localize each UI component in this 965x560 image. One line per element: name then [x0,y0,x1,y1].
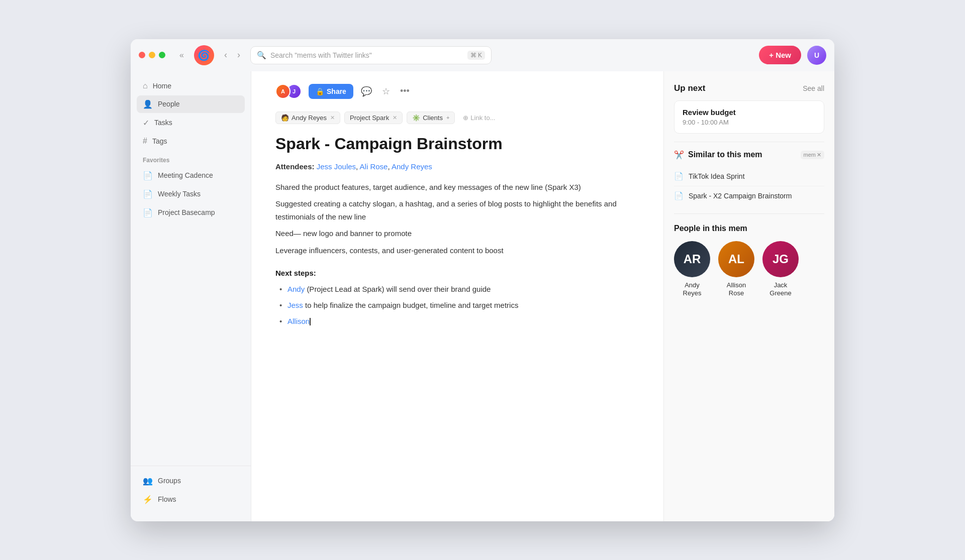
add-tag-clients[interactable]: + [446,115,449,121]
sidebar-item-tasks-label: Tasks [154,119,172,127]
attendee-andy[interactable]: Andy Reyes [392,162,432,171]
divider-2 [674,213,824,214]
search-icon: 🔍 [257,51,266,60]
sidebar: ⌂ Home 👤 People ✓ Tasks # Tags Favorites [131,71,251,521]
body-line-2: Suggested creating a catchy slogan, a ha… [275,197,639,223]
next-step-andy: Andy (Project Lead at Spark) will send o… [279,283,639,295]
similar-section: ✂️ Similar to this mem mem ✕ 📄 TikTok Id… [674,150,824,205]
sidebar-bottom: 👥 Groups ⚡ Flows [131,466,251,515]
tag-andy-reyes[interactable]: 🧑 Andy Reyes ✕ [275,111,340,124]
link-icon: ⊕ [463,114,468,122]
sidebar-item-tags[interactable]: # Tags [137,133,245,150]
more-options-button[interactable]: ••• [398,83,412,99]
main-layout: ⌂ Home 👤 People ✓ Tasks # Tags Favorites [131,71,834,521]
forward-button[interactable]: › [233,48,244,62]
sidebar-groups-label: Groups [158,477,181,485]
doc-icon-3: 📄 [143,208,153,217]
remove-tag-andy[interactable]: ✕ [330,115,335,121]
sidebar-item-project-basecamp[interactable]: 📄 Project Basecamp [137,204,245,221]
user-avatar[interactable]: U [807,46,826,65]
person-name-andy: AndyReyes [683,281,702,298]
home-icon: ⌂ [143,81,148,90]
next-step-andy-link[interactable]: Andy [287,285,305,293]
close-button[interactable] [139,52,145,58]
doc-icon-1: 📄 [143,171,153,180]
nav-arrows: ‹ › [220,48,244,62]
collapse-sidebar-button[interactable]: « [175,49,188,62]
sidebar-item-home[interactable]: ⌂ Home [137,77,245,94]
up-next-card[interactable]: Review budget 9:00 - 10:00 AM [674,100,824,134]
up-next-title: Up next [674,83,705,93]
text-cursor [310,318,311,325]
attendee-ali[interactable]: Ali Rose [360,162,388,171]
minimize-button[interactable] [149,52,155,58]
mem-badge[interactable]: mem ✕ [801,151,824,159]
new-button[interactable]: + New [759,46,801,64]
similar-item-tiktok[interactable]: 📄 TikTok Idea Sprint [674,167,824,186]
mem-badge-close[interactable]: ✕ [817,152,821,158]
tag-label-andy: Andy Reyes [292,114,327,122]
people-section: People in this mem AR AndyReyes [674,224,824,298]
doc-icon-similar-1: 📄 [674,172,684,181]
similar-item-spark-x2[interactable]: 📄 Spark - X2 Campaign Brainstorm [674,186,824,205]
sidebar-item-tasks[interactable]: ✓ Tasks [137,114,245,132]
tags-icon: # [143,137,147,146]
similar-item-tiktok-label: TikTok Idea Sprint [689,172,745,180]
next-step-jess-link[interactable]: Jess [287,301,303,309]
next-step-andy-text: (Project Lead at Spark) will send over t… [307,285,491,293]
maximize-button[interactable] [159,52,165,58]
people-section-title: People in this mem [674,224,824,233]
people-grid: AR AndyReyes AL AllisonRose [674,241,824,298]
share-button[interactable]: 🔒 Share [309,84,353,99]
person-name-allison: AllisonRose [727,281,746,298]
divider-1 [674,142,824,142]
person-avatar-allison: AL [718,241,754,277]
doc-area: A J 🔒 Share 💬 ☆ ••• 🧑 Andy Reyes [251,71,663,521]
person-card-allison[interactable]: AL AllisonRose [718,241,754,298]
search-bar[interactable]: 🔍 Search "mems with Twitter links" ⌘ K [250,46,492,64]
sidebar-item-meeting-cadence[interactable]: 📄 Meeting Cadence [137,167,245,184]
sidebar-nav: ⌂ Home 👤 People ✓ Tasks # Tags [131,77,251,151]
see-all-link[interactable]: See all [803,84,824,92]
person-avatar-jack: JG [762,241,799,277]
content-area: A J 🔒 Share 💬 ☆ ••• 🧑 Andy Reyes [251,71,834,521]
search-keyboard-shortcut: ⌘ K [467,51,485,60]
tag-clients[interactable]: ✳️ Clients + [407,111,455,124]
next-step-allison-link[interactable]: Allison [287,317,310,325]
similar-title-row: ✂️ Similar to this mem [674,150,762,160]
person-name-jack: JackGreene [769,281,791,298]
link-to-button[interactable]: ⊕ Link to... [459,112,499,124]
favorites-section-label: Favorites [131,151,251,167]
up-next-header: Up next See all [674,83,824,93]
groups-icon: 👥 [143,476,153,486]
doc-icon-similar-2: 📄 [674,191,684,200]
tag-project-spark[interactable]: Project Spark ✕ [344,111,403,124]
person-card-jack[interactable]: JG JackGreene [762,241,799,298]
next-steps-list: Andy (Project Lead at Spark) will send o… [275,283,639,327]
collaborator-avatar-1: A [275,84,291,99]
sidebar-item-groups[interactable]: 👥 Groups [137,472,245,490]
person-card-andy[interactable]: AR AndyReyes [674,241,710,298]
sidebar-weekly-tasks-label: Weekly Tasks [158,190,201,198]
sidebar-flows-label: Flows [158,495,176,503]
new-button-label: + New [769,51,791,59]
doc-title[interactable]: Spark - Campaign Brainstorm [275,134,639,153]
sidebar-item-flows[interactable]: ⚡ Flows [137,491,245,508]
doc-icon-2: 📄 [143,189,153,199]
similar-header: ✂️ Similar to this mem mem ✕ [674,150,824,160]
doc-body: Shared the product features, target audi… [275,181,639,257]
app-logo: 🌀 [194,45,214,65]
next-step-allison: Allison [279,315,639,327]
sidebar-item-people[interactable]: 👤 People [137,95,245,113]
next-step-jess-text: to help finalize the campaign budget, ti… [305,301,518,309]
attendees-label: Attendees: [275,162,315,171]
back-button[interactable]: ‹ [220,48,231,62]
person-avatar-andy: AR [674,241,710,277]
remove-tag-spark[interactable]: ✕ [393,115,397,121]
doc-attendees: Attendees: Jess Joules, Ali Rose, Andy R… [275,162,639,171]
sidebar-item-people-label: People [158,100,180,108]
comment-button[interactable]: 💬 [358,83,374,99]
sidebar-item-weekly-tasks[interactable]: 📄 Weekly Tasks [137,185,245,203]
attendee-jess[interactable]: Jess Joules [317,162,356,171]
star-button[interactable]: ☆ [379,83,393,99]
